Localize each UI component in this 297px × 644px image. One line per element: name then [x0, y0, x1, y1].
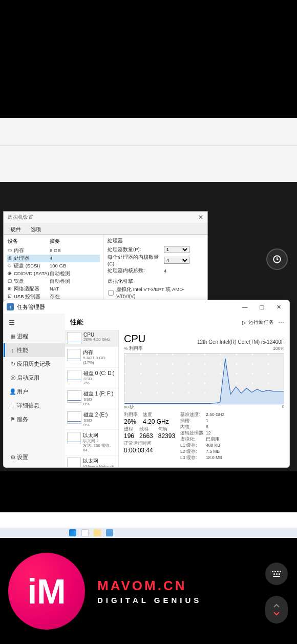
- cpu-detail-panel: CPU 12th Gen Intel(R) Core(TM) i5-12400F…: [119, 330, 289, 467]
- start-icon[interactable]: [69, 529, 76, 536]
- resource-thumb: [67, 411, 81, 424]
- spec-key: 虚拟化:: [180, 437, 206, 443]
- graph-ylabel: % 利用率: [124, 346, 143, 352]
- close-icon[interactable]: ✕: [271, 304, 286, 310]
- brand-tagline: DIGITAL GENIUS: [97, 596, 202, 605]
- spec-val: 18.0 MB: [206, 455, 222, 461]
- taskmgr-sidebar: ☰▦进程⫾性能↻应用历史记录⦿启动应用👤用户≡详细信息⚑服务 ⚙ 设置: [4, 314, 65, 467]
- device-row[interactable]: ◇硬盘 (SCSI)100 GB: [7, 262, 100, 270]
- windows-taskbar[interactable]: [0, 528, 297, 538]
- proc-value: 196: [124, 432, 134, 440]
- more-icon[interactable]: ⋯: [278, 319, 284, 326]
- gear-icon: ⚙: [9, 454, 17, 461]
- keyboard-button[interactable]: [265, 563, 288, 585]
- sidebar-item-label: 详细信息: [17, 402, 39, 409]
- device-name: 软盘: [14, 278, 50, 285]
- sidebar-item[interactable]: ↻应用历史记录: [4, 357, 65, 371]
- resource-title: 磁盘 2 (E:): [83, 411, 108, 419]
- sidebar-item[interactable]: ⦿启动应用: [4, 371, 65, 385]
- chevron-down-icon: [273, 611, 280, 616]
- sidebar-item[interactable]: ⫾性能: [4, 343, 65, 357]
- graph-xleft: 60 秒: [124, 404, 134, 410]
- sidebar-icon: ↻: [9, 361, 17, 367]
- device-row[interactable]: ⊞网络适配器NAT: [7, 285, 100, 293]
- resource-thumb: [67, 390, 81, 403]
- col-device: 设备: [8, 238, 50, 245]
- tab-hardware[interactable]: 硬件: [8, 225, 24, 234]
- sidebar-item[interactable]: ⚑服务: [4, 412, 65, 426]
- thr-label: 线程: [139, 426, 153, 432]
- resource-item[interactable]: 磁盘 1 (F: F:)SSD0%: [65, 388, 118, 409]
- resource-sub: 以太网 2发送: 336 接收: 64.: [83, 439, 116, 452]
- app-icon[interactable]: [106, 529, 113, 536]
- device-row[interactable]: ◎处理器4: [7, 255, 100, 262]
- proc-setting-label: 每个处理器的内核数量(C):: [108, 254, 164, 266]
- minimize-icon[interactable]: —: [237, 304, 252, 310]
- device-name: 硬盘 (SCSI): [14, 263, 50, 269]
- sidebar-icon: ≡: [9, 403, 17, 409]
- sidebar-icon: ▦: [9, 333, 17, 340]
- close-icon[interactable]: ✕: [198, 214, 203, 221]
- brand-name: MAVOM.CN: [97, 578, 202, 594]
- resource-item[interactable]: 磁盘 0 (C: D:)SSD2%: [65, 368, 118, 389]
- resource-item[interactable]: 以太网以太网 2发送: 336 接收: 64.: [65, 430, 118, 455]
- floating-circle-button[interactable]: [266, 248, 288, 270]
- maximize-icon[interactable]: ▢: [254, 304, 269, 310]
- resource-list: CPU26% 4.20 GHz内存5.4/31.8 GB (17%)磁盘 0 (…: [65, 330, 119, 467]
- resource-thumb: [67, 349, 81, 361]
- hamburger-icon[interactable]: ☰: [4, 316, 65, 329]
- resource-item[interactable]: 内存5.4/31.8 GB (17%): [65, 347, 118, 368]
- sidebar-item-label: 性能: [17, 346, 28, 354]
- resource-item[interactable]: 以太网VMware Network ..发送: 0 接收: 0 Kbp: [65, 455, 118, 467]
- device-summary: 自动检测: [50, 271, 70, 277]
- vm-settings-title: 虚拟机设置: [8, 214, 33, 221]
- device-row[interactable]: ◉CD/DVD (SATA)自动检测: [7, 270, 100, 278]
- proc-setting-select[interactable]: 1: [164, 246, 189, 253]
- spec-val: 已启用: [206, 437, 220, 443]
- taskmgr-app-icon: ⫾: [7, 303, 14, 310]
- spec-val: 2.50 GHz: [206, 412, 224, 418]
- device-summary: 100 GB: [50, 263, 66, 269]
- resource-item[interactable]: CPU26% 4.20 GHz: [65, 330, 118, 347]
- resource-thumb: [67, 332, 81, 344]
- taskmgr-title: 任务管理器: [17, 303, 237, 311]
- resource-item[interactable]: 磁盘 2 (E:)SSD0%: [65, 409, 118, 430]
- speed-value: 4.20 GHz: [143, 418, 169, 425]
- run-new-task-button[interactable]: ▷ 运行新任务: [242, 319, 274, 326]
- virt-checkbox[interactable]: [108, 290, 113, 295]
- resource-sub: SSD0%: [83, 419, 108, 428]
- brand-logo: iM: [8, 553, 85, 630]
- search-icon[interactable]: [81, 529, 89, 536]
- cpu-model: 12th Gen Intel(R) Core(TM) i5-12400F: [197, 339, 284, 345]
- spec-key: 插槽:: [180, 418, 206, 424]
- resource-title: 以太网: [83, 458, 116, 465]
- device-icon: ▭: [8, 247, 14, 254]
- proc-setting-label: 处理器内核总数:: [108, 267, 164, 274]
- sidebar-item[interactable]: 👤用户: [4, 385, 65, 399]
- sidebar-item-label: 用户: [17, 388, 28, 396]
- clock-icon: [272, 255, 282, 264]
- spec-key: L1 缓存:: [180, 443, 206, 449]
- resource-sub: 26% 4.20 GHz: [83, 338, 110, 342]
- spec-val: 12: [206, 430, 210, 437]
- tab-options[interactable]: 选项: [28, 225, 44, 234]
- cpu-heading: CPU: [124, 333, 145, 345]
- device-summary: 4: [50, 255, 52, 262]
- uptime-value: 0:00:03:44: [124, 447, 175, 454]
- spec-key: 内核:: [180, 424, 206, 430]
- sidebar-item[interactable]: ▦进程: [4, 329, 65, 343]
- sidebar-item-label: 进程: [17, 333, 28, 340]
- sidebar-item-settings[interactable]: ⚙ 设置: [4, 449, 65, 465]
- spec-key: 基准速度:: [180, 412, 206, 418]
- explorer-icon[interactable]: [94, 529, 101, 536]
- cpu-usage-graph: [124, 353, 284, 402]
- proc-setting-select[interactable]: 4: [164, 257, 189, 264]
- device-icon: ▢: [8, 278, 14, 285]
- resource-sub: VMware Network ..发送: 0 接收: 0 Kbp: [83, 465, 116, 467]
- device-row[interactable]: ▢软盘自动检测: [7, 278, 100, 285]
- section-virt-engine: 虚拟化引擎: [108, 278, 203, 285]
- sidebar-item[interactable]: ≡详细信息: [4, 399, 65, 412]
- nav-pill[interactable]: [265, 596, 288, 624]
- col-summary: 摘要: [50, 238, 60, 245]
- device-row[interactable]: ▭内存8 GB: [7, 247, 100, 255]
